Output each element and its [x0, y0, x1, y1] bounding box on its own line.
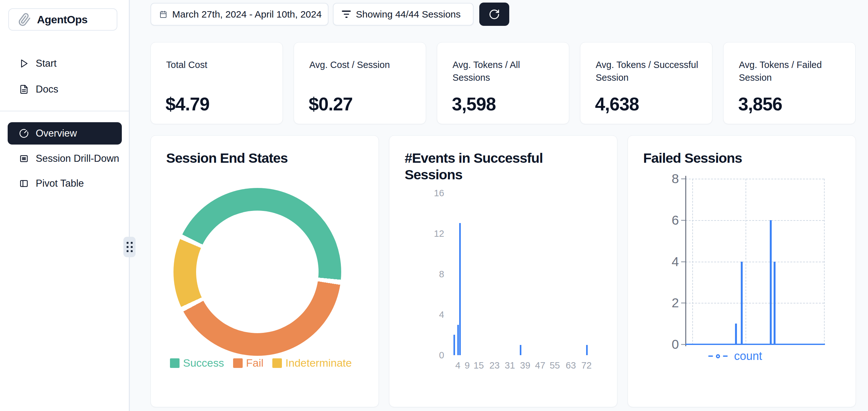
- sidebar-item-label: Overview: [36, 128, 77, 139]
- app-title: AgentOps: [37, 13, 87, 26]
- chart-title: Failed Sessions: [643, 150, 742, 166]
- histogram-bar: [520, 345, 521, 355]
- y-tick-label: 8: [390, 269, 444, 280]
- refresh-icon: [489, 9, 500, 20]
- y-tick-mark: [681, 220, 685, 221]
- date-range-label: March 27th, 2024 - April 10th, 2024: [172, 9, 322, 20]
- count-spike: [770, 220, 772, 344]
- legend-swatch: [233, 358, 243, 368]
- chart-session-end-states: Session End States SuccessFailIndetermin…: [151, 135, 379, 407]
- h-gridline: [686, 220, 824, 221]
- y-tick-mark: [681, 302, 685, 303]
- stat-value: $4.79: [165, 93, 210, 115]
- refresh-button[interactable]: [479, 3, 509, 26]
- stat-card-avg-tokens-successful: Avg. Tokens / Successful Session 4,638: [580, 42, 712, 124]
- legend-line-icon: [708, 355, 713, 357]
- y-tick-label: 16: [390, 187, 444, 199]
- stat-card-avg-cost-session: Avg. Cost / Session $0.27: [294, 42, 426, 124]
- stat-label: Total Cost: [166, 58, 271, 71]
- chart-title: Session End States: [166, 150, 288, 166]
- stat-card-total-cost: Total Cost $4.79: [151, 42, 283, 124]
- y-tick-label: 2: [628, 295, 679, 311]
- y-tick-label: 12: [390, 228, 444, 239]
- count-legend-item[interactable]: count: [708, 349, 762, 363]
- legend-label: Success: [183, 357, 224, 369]
- gauge-icon: [19, 128, 29, 138]
- histogram-bars: [450, 193, 622, 355]
- sidebar-item-overview[interactable]: Overview: [8, 122, 122, 145]
- y-tick-label: 6: [628, 212, 679, 228]
- sidebar-item-start[interactable]: Start: [8, 54, 122, 73]
- chart-events-in-successful-sessions: #Events in Successful Sessions 1612840 4…: [389, 135, 617, 407]
- y-tick-label: 4: [390, 309, 444, 320]
- list-box-icon: [19, 154, 29, 164]
- sidebar-item-label: Session Drill-Down: [36, 153, 119, 164]
- sidebar-item-label: Docs: [36, 84, 58, 95]
- sidebar-drag-handle[interactable]: [123, 237, 135, 257]
- stat-value: 4,638: [595, 93, 639, 115]
- histogram-bar: [454, 335, 455, 355]
- grip-dots-icon: [127, 242, 133, 252]
- stat-value: 3,856: [738, 93, 782, 115]
- filter-icon: [342, 10, 351, 18]
- x-tick-label: 55: [550, 360, 560, 371]
- y-tick-mark: [681, 178, 685, 179]
- stat-label: Avg. Cost / Session: [309, 58, 414, 71]
- histogram-bar: [459, 223, 461, 355]
- sidebar-divider: [0, 111, 129, 111]
- play-icon: [19, 59, 29, 68]
- file-text-icon: [19, 85, 29, 94]
- legend-item-fail[interactable]: Fail: [233, 357, 264, 369]
- logo[interactable]: AgentOps: [8, 8, 117, 31]
- v-gridline: [746, 179, 746, 345]
- v-gridline: [692, 179, 693, 345]
- v-gridline: [824, 179, 825, 345]
- sidebar-item-session-drill-down[interactable]: Session Drill-Down: [8, 149, 122, 168]
- y-tick-mark: [681, 344, 685, 345]
- chart-title: #Events in Successful Sessions: [405, 150, 593, 183]
- count-spike: [735, 324, 737, 344]
- agentops-dashboard: AgentOps Start Docs Overview: [0, 0, 868, 411]
- legend-item-success[interactable]: Success: [170, 357, 224, 369]
- x-tick-label: 72: [581, 360, 592, 371]
- stat-label: Avg. Tokens / Successful Session: [596, 58, 701, 84]
- panel-left-icon: [19, 179, 29, 188]
- legend-swatch: [170, 358, 180, 368]
- sidebar-item-pivot-table[interactable]: Pivot Table: [8, 174, 122, 193]
- chart-failed-sessions: Failed Sessions count 86420: [627, 135, 856, 407]
- sidebar-item-label: Pivot Table: [36, 178, 84, 189]
- y-tick-label: 8: [628, 171, 679, 186]
- sessions-filter-button[interactable]: Showing 44/44 Sessions: [333, 3, 473, 26]
- sidebar-resize-divider: [129, 0, 130, 411]
- stat-label: Avg. Tokens / All Sessions: [453, 58, 557, 84]
- x-tick-label: 15: [473, 360, 484, 371]
- legend-label: Indeterminate: [285, 357, 352, 369]
- stat-value: 3,598: [452, 93, 496, 115]
- x-tick-label: 39: [520, 360, 530, 371]
- y-tick-label: 4: [628, 254, 679, 269]
- donut-legend: SuccessFailIndeterminate: [170, 357, 352, 369]
- x-tick-label: 63: [566, 360, 576, 371]
- y-tick-label: 0: [628, 336, 679, 352]
- y-tick-mark: [681, 261, 685, 262]
- failed-sessions-y-axis: [685, 176, 686, 346]
- legend-item-indeterminate[interactable]: Indeterminate: [272, 357, 352, 369]
- calendar-icon: [159, 10, 167, 18]
- failed-sessions-baseline: [686, 344, 825, 345]
- y-tick-label: 0: [390, 350, 444, 360]
- h-gridline: [686, 303, 824, 303]
- sidebar-item-docs[interactable]: Docs: [8, 80, 122, 99]
- date-range-picker[interactable]: March 27th, 2024 - April 10th, 2024: [151, 3, 329, 26]
- legend-marker-icon: [716, 354, 720, 358]
- histogram-bar: [586, 345, 588, 355]
- histogram-bar: [457, 325, 459, 355]
- stat-card-avg-tokens-all: Avg. Tokens / All Sessions 3,598: [437, 42, 569, 124]
- legend-swatch: [272, 358, 282, 368]
- h-gridline: [686, 179, 824, 179]
- x-tick-label: 23: [490, 360, 500, 371]
- x-tick-label: 9: [465, 360, 470, 371]
- legend-label: Fail: [246, 357, 264, 369]
- sidebar-item-label: Start: [36, 58, 57, 69]
- donut-hole: [196, 211, 318, 333]
- legend-label: count: [734, 349, 762, 363]
